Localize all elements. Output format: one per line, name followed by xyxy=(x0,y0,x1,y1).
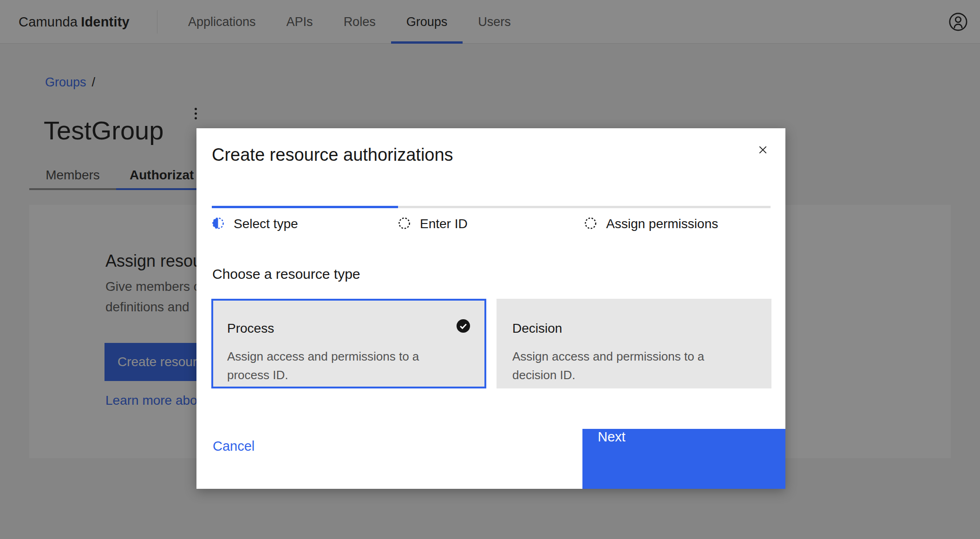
tile-process[interactable]: Process Assign access and permissions to… xyxy=(211,299,486,388)
checkmark-filled-icon xyxy=(456,319,470,333)
create-resource-authorizations-modal: Create resource authorizations Select ty… xyxy=(196,128,785,489)
step-select-type[interactable]: Select type xyxy=(212,217,398,231)
step-future-icon xyxy=(398,217,411,231)
tile-description: Assign access and permissions to a decis… xyxy=(512,347,731,384)
cancel-button[interactable]: Cancel xyxy=(213,439,255,454)
tile-decision[interactable]: Decision Assign access and permissions t… xyxy=(497,299,771,388)
close-icon xyxy=(758,145,768,157)
step-label: Select type xyxy=(234,217,298,231)
next-button-label: Next xyxy=(598,429,626,445)
progress-bar-fill xyxy=(212,206,398,208)
modal-close-button[interactable] xyxy=(751,139,774,162)
step-future-icon xyxy=(584,217,597,231)
tile-title: Process xyxy=(227,321,470,336)
step-assign-permissions[interactable]: Assign permissions xyxy=(584,217,771,231)
choose-resource-type-heading: Choose a resource type xyxy=(212,266,360,282)
step-current-icon xyxy=(212,217,224,231)
step-label: Assign permissions xyxy=(606,217,718,231)
step-label: Enter ID xyxy=(420,217,468,231)
tile-description: Assign access and permissions to a proce… xyxy=(227,347,445,384)
progress-bar-track xyxy=(212,206,771,208)
tile-title: Decision xyxy=(512,321,756,336)
step-enter-id[interactable]: Enter ID xyxy=(398,217,584,231)
modal-title: Create resource authorizations xyxy=(212,145,453,165)
resource-type-tiles: Process Assign access and permissions to… xyxy=(211,299,771,388)
next-button[interactable]: Next xyxy=(582,429,785,489)
progress-steps: Select type Enter ID Assign permissions xyxy=(212,217,771,231)
